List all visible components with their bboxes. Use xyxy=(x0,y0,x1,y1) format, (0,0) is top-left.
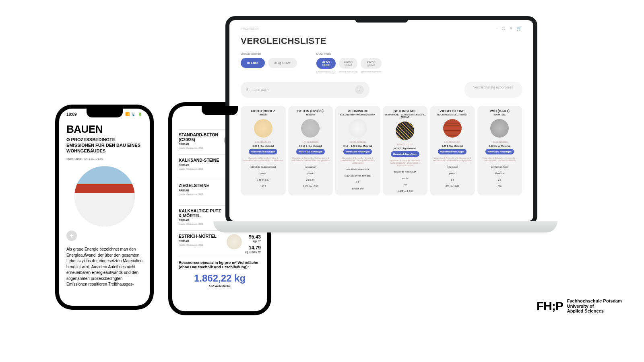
card-sub: PRIMÄR xyxy=(259,113,268,116)
material-card[interactable]: FICHTENHOLZ PRIMÄR 1.01.03.01/03.001 0,0… xyxy=(241,106,286,195)
card-row-density: 2,5 xyxy=(498,179,501,181)
co2-price-pill[interactable]: 35 €/tCO2e xyxy=(316,58,336,69)
compare-icon[interactable]: ⚖ xyxy=(502,26,506,31)
card-category: Materialien & Rohstoffe › Hölzer & Holzw… xyxy=(242,157,284,162)
co2-price-pill[interactable]: 680 €/tCO2e xyxy=(361,58,381,69)
card-price: 0,02 € / kg Material xyxy=(252,145,274,147)
material-tag: PRIMÄR xyxy=(179,164,223,167)
brand-logo[interactable]: materialnet xyxy=(241,27,259,31)
cost-label: Umweltkosten xyxy=(241,52,297,56)
card-id: 1.06.01.01/03.001 xyxy=(350,141,366,143)
fhp-mark: FH;P xyxy=(537,299,563,313)
filter-icon[interactable]: ≡ xyxy=(355,85,364,94)
pill-euro[interactable]: in Euro xyxy=(241,58,265,68)
page-heading: VERGLEICHSLISTE xyxy=(241,36,522,46)
material-id: Materialnet-ID: 3.01.01.01 xyxy=(66,157,142,160)
card-name: ZIEGELSTEINE xyxy=(440,109,464,113)
card-price: 0,013 € / kg Material xyxy=(299,145,322,147)
card-row-origin: pflanzlich, nachwachsend xyxy=(250,166,276,168)
card-row-temp: 600 xyxy=(498,185,502,187)
add-to-cart-button[interactable]: Warenkorb hinzufügen xyxy=(343,149,372,154)
card-category: Materialien & Rohstoffe › Stoffgemische … xyxy=(431,157,473,162)
material-name: ZIEGELSTEINE xyxy=(179,183,223,188)
page-title: BAUEN xyxy=(66,123,142,136)
co2-label: CO2-Preis xyxy=(316,52,382,56)
sort-dropdown[interactable]: Sortieren nach ≡ xyxy=(241,82,369,98)
card-category: Materialien & Rohstoffe › Metalle & Meta… xyxy=(337,157,379,164)
material-source: Quelle: Ökobaudat, 2021 xyxy=(179,193,223,196)
user-icon[interactable]: ◦ xyxy=(496,26,498,31)
cart-icon[interactable]: 🛒 xyxy=(516,26,522,31)
card-price: 0,15 – 1,79 € / kg Material xyxy=(343,145,372,147)
page-subtitle: Ø PROZESSBEDINGTE EMISSIONEN FÜR DEN BAU… xyxy=(66,137,142,154)
card-sub: MARKTMIX xyxy=(493,113,506,116)
card-row-temp: 800 bis 1.000 xyxy=(446,185,459,187)
card-row-temp: 600 bis 640 xyxy=(352,187,363,190)
co2-price-sub: Deutschland 2022 xyxy=(316,70,336,73)
pill-co2e[interactable]: in kg CO2e xyxy=(268,58,297,68)
material-card[interactable]: PVC (HART) MARKTMIX 1.03.01.01/03.001 0,… xyxy=(477,106,522,195)
card-sub: PRIMÄR xyxy=(306,113,315,116)
material-swatch xyxy=(227,234,242,249)
card-row-origin: mineralisch xyxy=(447,166,458,168)
card-name: BETONSTAHL xyxy=(394,109,417,113)
card-row-density: 0,35 bis 0,37 xyxy=(257,179,270,181)
card-price: 0,52 € / kg Material xyxy=(489,145,510,147)
card-id: 1.03.01.01/03.001 xyxy=(491,141,508,143)
card-swatch xyxy=(301,119,320,138)
card-name: BETON (C20/25) xyxy=(297,109,324,113)
body-paragraph: Als graue Energie bezeichnet man den Ene… xyxy=(66,247,142,288)
status-icons: 📶 📡 🔋 xyxy=(125,112,142,116)
co2-price-sub: generationsgerecht xyxy=(361,70,381,73)
material-card[interactable]: ZIEGELSTEINE HOCHLOCHZIEGEL PRIMÄR 1.04.… xyxy=(430,106,475,195)
card-row-density: 1,4 xyxy=(451,179,454,181)
add-to-cart-button[interactable]: Warenkorb hinzufügen xyxy=(485,149,514,154)
card-price: 0,27 € / kg Material xyxy=(442,145,463,147)
laptop-screen: materialnet ◦ ⚖ ♥ 🛒 VERGLEICHSLISTE Umwe… xyxy=(229,20,533,221)
card-sub: SEKUNDÄR/PRIMÄR/ MARKTMIX xyxy=(340,113,375,116)
add-button[interactable]: + xyxy=(66,230,77,241)
card-name: ALUMINIUM xyxy=(348,109,367,113)
fhp-line1: Fachhochschule Potsdam xyxy=(567,298,622,304)
card-swatch xyxy=(443,119,462,138)
card-name: FICHTENHOLZ xyxy=(251,109,275,113)
laptop-notch xyxy=(355,16,408,23)
phone-1-frame: 18:09 📶 📡 🔋 BAUEN Ø PROZESSBEDINGTE EMIS… xyxy=(55,105,154,310)
laptop-base xyxy=(213,221,557,232)
material-tag: PRIMÄR xyxy=(179,240,223,243)
material-tag: PRIMÄR xyxy=(179,189,223,192)
card-row-type: primär xyxy=(449,172,456,175)
material-card[interactable]: BETON (C20/25) PRIMÄR 1.04.01.01/03.001 … xyxy=(288,106,333,195)
card-row-temp: 1.425 bis 1.540 xyxy=(397,190,413,192)
co2-price-sub: aktuell notwendig xyxy=(339,70,357,73)
card-swatch xyxy=(254,119,272,138)
phone-notch xyxy=(87,109,123,117)
hero-image xyxy=(74,166,135,226)
add-to-cart-button[interactable]: Warenkorb hinzufügen xyxy=(438,149,466,154)
resource-total-unit: / m² Wohnfläche xyxy=(179,285,261,288)
material-card[interactable]: ALUMINIUM SEKUNDÄR/PRIMÄR/ MARKTMIX 1.06… xyxy=(335,106,380,195)
card-row-density: 7,9 xyxy=(403,183,407,186)
heart-icon[interactable]: ♥ xyxy=(510,26,512,31)
phone-1-screen: 18:09 📶 📡 🔋 BAUEN Ø PROZESSBEDINGTE EMIS… xyxy=(59,109,150,306)
resource-total: 1.862,22 kg xyxy=(179,273,261,284)
card-row-origin: metallisch, mineralisch xyxy=(347,168,369,171)
card-id: 1.06.02.01/03.001 xyxy=(397,143,413,146)
material-row[interactable]: ESTRICH-MÖRTEL PRIMÄR Quelle: Ökobaudat,… xyxy=(179,231,261,256)
export-button[interactable]: Vergleichsliste exportieren xyxy=(464,82,522,98)
add-to-cart-button[interactable]: Warenkorb hinzufügen xyxy=(249,149,277,154)
co2-price-pill[interactable]: 180 €/tCO2e xyxy=(339,58,357,69)
material-card[interactable]: BETONSTAHL BEWÄHRUNG, STAB-/ MATTENSTAHL… xyxy=(383,106,428,195)
card-row-temp: 1.150 bis 1.200 xyxy=(303,185,318,187)
fhp-logo: FH;P Fachhochschule Potsdam University o… xyxy=(537,298,622,314)
card-sub: HOCHLOCHZIEGEL PRIMÄR xyxy=(437,113,467,116)
card-swatch xyxy=(396,121,414,140)
add-to-cart-button[interactable]: Warenkorb hinzufügen xyxy=(391,151,419,157)
material-source: Quelle: Ökobaudat, 2021 xyxy=(179,147,221,150)
card-row-temp: 105 ? xyxy=(260,185,266,187)
material-tag: PRIMÄR xyxy=(179,143,221,146)
add-to-cart-button[interactable]: Warenkorb hinzufügen xyxy=(296,149,325,154)
laptop-frame: materialnet ◦ ⚖ ♥ 🛒 VERGLEICHSLISTE Umwe… xyxy=(225,16,537,225)
card-category: Materialien & Rohstoffe › Stoffgemische … xyxy=(290,157,332,162)
material-name: KALKHALTIGE PUTZ & MÖRTEL xyxy=(179,209,223,218)
